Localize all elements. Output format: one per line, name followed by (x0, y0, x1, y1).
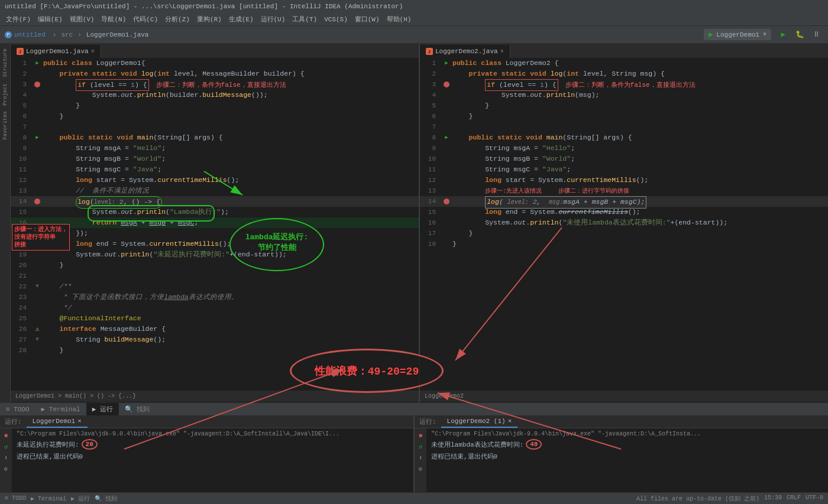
status-left: ≡ TODO ▶ Terminal ▶ 运行 🔍 找到 (5, 495, 117, 503)
console-output-right: "C:\Program Files\Java\jdk-9.0.4\bin\jav… (426, 428, 828, 492)
console-tab-demo2[interactable]: LoggerDemo2 (1) × (441, 415, 518, 428)
r-breakpoint-14[interactable] (444, 199, 449, 204)
r-code-line-13: 13 步骤一:先进入该情况 步骤二：进行字节码的拼接 (420, 186, 828, 196)
menu-run[interactable]: 运行(U) (257, 13, 289, 25)
breadcrumb-left-text: LoggerDemo1 > main() > () -> {...} (15, 393, 136, 399)
menu-help[interactable]: 帮助(H) (383, 13, 415, 25)
menu-view[interactable]: 视图(V) (66, 13, 98, 25)
menu-refactor[interactable]: 重构(R) (193, 13, 225, 25)
console-tab-label: LoggerDemo1 (33, 418, 76, 425)
scroll-btn-left[interactable]: ⬇ (1, 453, 11, 463)
menu-analyze[interactable]: 分析(Z) (161, 13, 193, 25)
r-code-line-9: 9 String msgA = "Hello"; (420, 143, 828, 154)
console-tab-close-right[interactable]: × (508, 418, 512, 425)
console-tab-close[interactable]: × (77, 418, 82, 425)
file-label: LoggerDemo1.java (86, 31, 149, 38)
search-tab[interactable]: 🔍 找到 (119, 403, 156, 415)
r-code-line-17: 17 } (420, 228, 828, 239)
title-bar: untitled [F:\A_JavaPro\untitled] - ...\s… (0, 0, 828, 13)
perf-ellipse: 性能浪费：49-20=29 (290, 349, 444, 393)
code-line-23: 23 * 下面这个是函数式接口，方便lambda表达式的使用。 (11, 292, 419, 303)
code-line-22: 22 ▼ /** (11, 281, 419, 292)
code-line-13: 13 // 条件不满足的情况 (11, 186, 419, 196)
breakpoint-3[interactable] (34, 82, 40, 87)
console-left-content: ■ ↺ ⬇ ⚙ "C:\Program Files\Java\jdk-9.0.4… (0, 428, 413, 492)
run-button[interactable]: ▶ (776, 28, 790, 42)
r-code-line-1: 1 ▶ public class LoggerDemo2 { (420, 58, 828, 69)
src-label: src (61, 31, 73, 38)
menu-window[interactable]: 窗口(W) (351, 13, 383, 25)
r-code-line-10: 10 String msgB = "World"; (420, 154, 828, 164)
perf-label: 性能浪费：49-20=29 (315, 364, 419, 378)
r-breakpoint-3[interactable] (444, 82, 449, 87)
run-config: LoggerDemo1 (716, 31, 759, 38)
tab-loggerdemo1[interactable]: J LoggerDemo1.java × (11, 45, 101, 58)
todo-status[interactable]: ≡ TODO (5, 495, 26, 502)
console-right: 运行: LoggerDemo2 (1) × ■ ↺ ⬇ ⚙ "C:\Progra… (415, 415, 828, 492)
time-circle-right: 49 (526, 439, 542, 450)
output-prefix-left: 未延迟执行花费时间: (17, 440, 79, 449)
project-panel[interactable]: Project (1, 81, 9, 108)
menu-vcs[interactable]: VCS(S) (321, 13, 351, 25)
r-code-line-16: 16 System.out.println("未使用lambda表达式花费时间:… (420, 217, 828, 228)
code-editor-right[interactable]: 1 ▶ public class LoggerDemo2 { 2 private… (420, 58, 828, 391)
menu-nav[interactable]: 导航(N) (98, 13, 130, 25)
run-tab[interactable]: ▶ 运行 (86, 403, 119, 415)
code-line-7: 7 (11, 122, 419, 132)
menu-generate[interactable]: 生成(E) (225, 13, 257, 25)
tab-close-right[interactable]: × (500, 48, 504, 55)
title-text: untitled [F:\A_JavaPro\untitled] - ...\s… (5, 3, 403, 10)
rerun-btn-left[interactable]: ↺ (1, 442, 11, 451)
search-status[interactable]: 🔍 找到 (95, 495, 117, 503)
left-sidebar: Structure Project Favorites (0, 44, 11, 402)
code-line-9: 9 String msgA = "Hello"; (11, 143, 419, 154)
scroll-btn-right[interactable]: ⬇ (416, 453, 425, 463)
stop-btn-left[interactable]: ■ (1, 431, 11, 440)
r-code-line-12: 12 long start = System.currentTimeMillis… (420, 175, 828, 186)
stop-btn-right[interactable]: ■ (416, 431, 425, 440)
r-code-line-8: 8 ▶ public static void main(String[] arg… (420, 132, 828, 143)
menu-edit[interactable]: 编辑(E) (34, 13, 66, 25)
project-name[interactable]: untitled (14, 31, 46, 38)
settings-btn-right[interactable]: ⚙ (416, 464, 425, 474)
code-line-14: 14 log(level: 2, () -> { (11, 196, 419, 207)
code-line-17: 17 }); (11, 228, 419, 239)
console-left-tabs: 运行: LoggerDemo1 × (0, 415, 413, 428)
lambda-label: lambda延迟执行:节约了性能 (232, 232, 321, 253)
fold-27[interactable]: ▼ (35, 334, 39, 345)
tab-close-left[interactable]: × (91, 48, 95, 55)
status-line-ending: CRLF (787, 495, 801, 503)
code-editor-left[interactable]: 1 ▶ public class LoggerDemo1{ 2 private … (11, 58, 419, 391)
time-circle-left: 20 (82, 439, 98, 450)
settings-btn-left[interactable]: ⚙ (1, 464, 11, 474)
code-line-12: 12 long start = System.currentTimeMillis… (11, 175, 419, 186)
favorites-panel[interactable]: Favorites (1, 109, 9, 142)
todo-tab[interactable]: ≡ TODO (0, 403, 35, 415)
terminal-status[interactable]: ▶ Terminal (31, 495, 66, 502)
menu-file[interactable]: 文件(F) (2, 13, 34, 25)
menu-tools[interactable]: 工具(T) (289, 13, 321, 25)
code-line-18: 18 long end = System.currentTimeMillis()… (11, 239, 419, 249)
more-run-button[interactable]: ⏸ (809, 28, 823, 42)
tab-loggerdemo2[interactable]: J LoggerDemo2.java × (420, 45, 510, 58)
status-message: All files are up-to-date (仅刻 之前) (636, 495, 759, 503)
console-tab-demo1[interactable]: LoggerDemo1 × (27, 415, 88, 428)
code-line-16: 16 return msgA + msgB + msgC; (11, 217, 419, 228)
console-command-left: "C:\Program Files\Java\jdk-9.0.4\bin\jav… (17, 431, 409, 437)
fold-22[interactable]: ▼ (35, 281, 39, 292)
run-gutter-1[interactable]: ▶ (35, 58, 38, 69)
structure-panel[interactable]: Structure (1, 46, 9, 80)
console-command-right: "C:\Program Files\Java\jdk-9.0.4\bin\jav… (431, 431, 823, 437)
run-status[interactable]: ▶ 运行 (71, 495, 90, 503)
code-line-8: 8 ▶ public static void main(String[] arg… (11, 132, 419, 143)
breakpoint-14[interactable] (34, 199, 40, 204)
code-line-25: 25 @FunctionalInterface (11, 313, 419, 324)
annotation-step1-left: 步骤一：进入方法，没有进行字符串拼接 (12, 224, 70, 251)
run-gutter-8[interactable]: ▶ (35, 132, 38, 143)
r-code-line-2: 2 private static void log(int level, Str… (420, 69, 828, 79)
debug-button[interactable]: 🐛 (793, 28, 807, 42)
rerun-btn-right[interactable]: ↺ (416, 442, 425, 451)
r-code-line-15: 15 long end = System.currentTimeMillis()… (420, 207, 828, 217)
terminal-tab[interactable]: ▶ Terminal (35, 403, 86, 415)
menu-code[interactable]: 代码(C) (130, 13, 161, 25)
